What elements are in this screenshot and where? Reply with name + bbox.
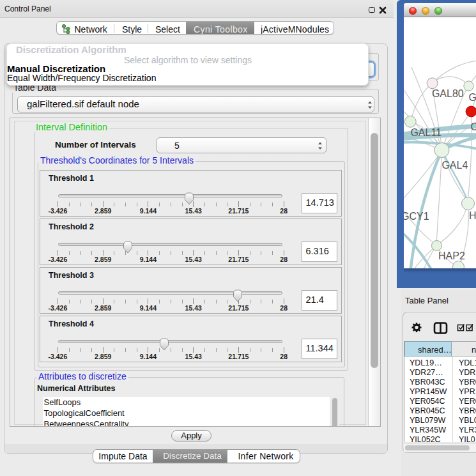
svg-text:GAL4: GAL4 (441, 160, 468, 171)
svg-text:GAL80: GAL80 (431, 88, 463, 99)
svg-text:H: H (469, 210, 476, 221)
svg-text:GA: GA (468, 92, 476, 103)
svg-text:GAL11: GAL11 (410, 127, 441, 138)
svg-text:C: C (470, 121, 476, 132)
svg-text:GCY1: GCY1 (404, 211, 429, 222)
svg-text:HAP2: HAP2 (438, 250, 465, 261)
